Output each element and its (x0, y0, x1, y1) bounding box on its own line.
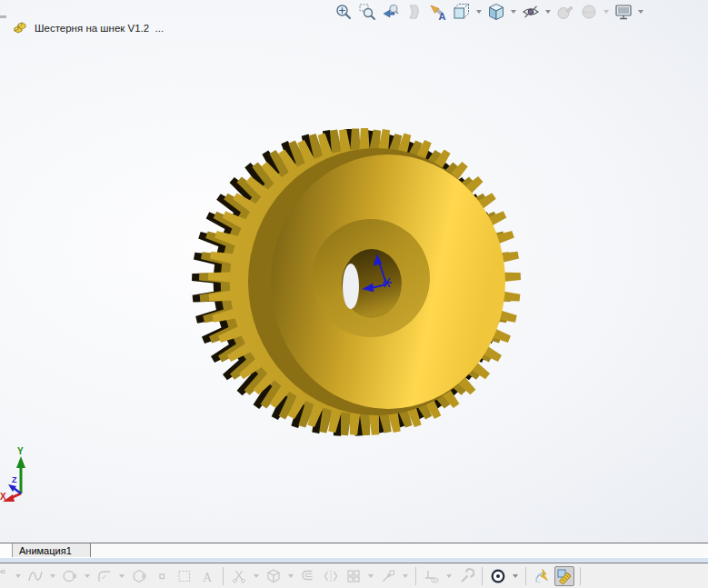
tab-animation1[interactable]: Анимация1 (13, 543, 91, 557)
ellipse-icon (62, 568, 78, 584)
triad-y-axis: Y (16, 446, 25, 493)
sketch-toolbar: A (0, 563, 708, 588)
repair-sketch (456, 566, 476, 586)
triad-z-axis: Z (8, 475, 21, 493)
motion-study-tab-bar: Анимация1 (0, 543, 708, 557)
reference-triad: Y X Z (0, 445, 40, 509)
svg-text:A: A (203, 570, 213, 583)
mirror-entities-icon (323, 568, 339, 584)
sketch-arc-dropdown (14, 566, 23, 586)
display-delete-relations (422, 566, 442, 586)
graphics-area[interactable]: Шестерня на шнек V1.2 ... A (0, 0, 708, 543)
point-icon (154, 568, 170, 584)
sketch-picture-icon (176, 568, 193, 584)
polygon (129, 566, 149, 586)
linear-sketch-pattern-icon (345, 568, 362, 584)
polygon-icon (131, 568, 147, 584)
toolbar-separator (580, 567, 581, 585)
toolbar-separator (482, 567, 483, 585)
quick-snaps[interactable] (488, 566, 508, 586)
triad-z-label: Z (12, 475, 17, 484)
convert-entities-icon (265, 568, 282, 584)
rapid-sketch[interactable] (532, 566, 552, 586)
sketch-fillet-icon (96, 568, 113, 584)
move-entities-icon (380, 568, 396, 584)
spline-dropdown (48, 566, 57, 586)
instant2d-icon (556, 568, 573, 584)
linear-sketch-pattern-dropdown (366, 566, 375, 586)
display-delete-relations-icon (424, 568, 440, 584)
move-entities (378, 566, 398, 586)
quick-snaps-icon (490, 568, 506, 584)
offset-entities-icon (300, 568, 316, 584)
rapid-sketch-icon (533, 568, 550, 584)
sketch-arc (0, 566, 11, 586)
trim-entities-dropdown (252, 566, 261, 586)
repair-sketch-icon (458, 568, 474, 584)
toolbar-separator (525, 567, 526, 585)
trim-entities (229, 566, 249, 586)
ellipse-dropdown (83, 566, 92, 586)
triad-y-label: Y (17, 446, 24, 456)
sketch-text: A (197, 566, 217, 586)
trim-entities-icon (231, 568, 247, 584)
linear-sketch-pattern (344, 566, 364, 586)
quick-snaps-dropdown[interactable] (511, 566, 520, 586)
solidworks-window: Шестерня на шнек V1.2 ... A (0, 0, 708, 588)
convert-entities (264, 566, 284, 586)
sketch-picture (175, 566, 194, 586)
ellipse (60, 566, 80, 586)
triad-x-axis: X (0, 492, 21, 502)
convert-entities-dropdown (286, 566, 295, 586)
instant2d[interactable] (554, 566, 574, 586)
toolbar-separator (415, 567, 416, 585)
triad-x-label: X (0, 492, 6, 502)
spline (25, 566, 45, 586)
gear-model[interactable] (0, 0, 708, 543)
mirror-entities (321, 566, 341, 586)
offset-entities (298, 566, 318, 586)
move-entities-dropdown (401, 566, 410, 586)
display-delete-relations-dropdown (444, 566, 454, 586)
sketch-fillet (95, 566, 115, 586)
sketch-fillet-dropdown (117, 566, 126, 586)
spline-icon (27, 568, 44, 584)
toolbar-separator (223, 567, 224, 585)
gear-through-hole (343, 264, 359, 309)
sketch-text-icon: A (199, 568, 215, 584)
tab-scroll-sliver[interactable] (0, 543, 13, 557)
sketch-arc-icon (0, 568, 9, 584)
point (152, 566, 172, 586)
